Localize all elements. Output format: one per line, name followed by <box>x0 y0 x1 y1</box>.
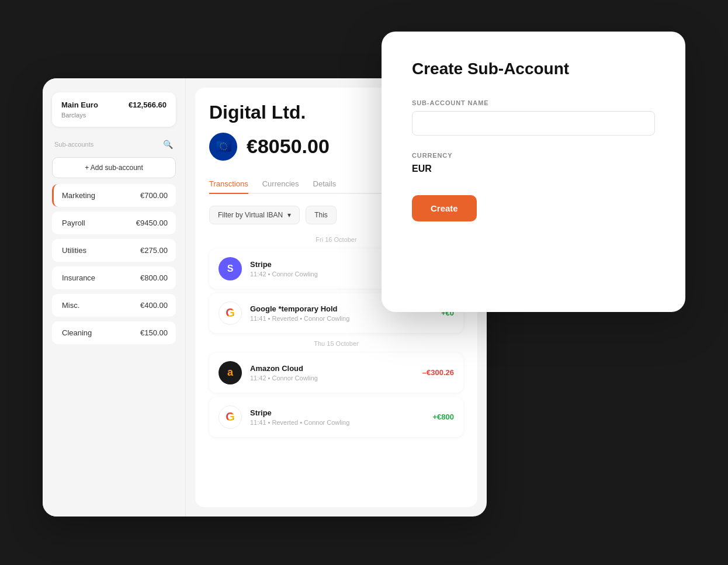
sub-account-item-cleaning[interactable]: Cleaning €150.00 <box>52 321 176 344</box>
tx-vendor-name: Stripe <box>250 408 424 417</box>
tx-amount: +€800 <box>432 413 454 421</box>
sub-account-item-utilities[interactable]: Utilities €275.00 <box>52 239 176 262</box>
main-account-card[interactable]: Main Euro €12,566.60 Barclays <box>52 92 176 127</box>
sub-account-item-insurance[interactable]: Insurance €800.00 <box>52 266 176 289</box>
sub-account-name-input[interactable] <box>412 111 655 136</box>
main-balance-amount: €8050.00 <box>247 135 330 158</box>
transaction-info: Amazon Cloud 11:42 • Connor Cowling <box>250 364 414 382</box>
sub-account-item-payroll[interactable]: Payroll €9450.00 <box>52 212 176 234</box>
google-g-icon: G <box>226 410 235 424</box>
tx-amount: –€300.26 <box>422 368 454 377</box>
transaction-stripe-2[interactable]: G Stripe 11:41 • Reverted • Connor Cowli… <box>209 397 463 437</box>
sub-account-name: Marketing <box>62 191 95 200</box>
add-sub-account-button[interactable]: + Add sub-account <box>52 157 176 178</box>
eu-flag-icon: 🇪🇺 <box>209 133 237 161</box>
tx-vendor-name: Amazon Cloud <box>250 364 414 373</box>
google-logo-2: G <box>219 405 242 429</box>
search-icon[interactable]: 🔍 <box>162 138 174 150</box>
tab-transactions[interactable]: Transctions <box>209 175 248 193</box>
create-button[interactable]: Create <box>412 195 477 221</box>
sub-account-balance: €800.00 <box>140 273 168 282</box>
transaction-info: Stripe 11:41 • Reverted • Connor Cowling <box>250 408 424 426</box>
sidebar: Main Euro €12,566.60 Barclays Sub-accoun… <box>43 78 186 517</box>
sub-account-name: Payroll <box>62 219 85 227</box>
tab-details[interactable]: Details <box>313 175 337 193</box>
transaction-amazon[interactable]: a Amazon Cloud 11:42 • Connor Cowling –€… <box>209 353 463 393</box>
sub-account-item-marketing[interactable]: Marketing €700.00 <box>52 184 176 207</box>
date-separator-thu: Thu 15 October <box>209 340 463 347</box>
stripe-logo: S <box>219 257 242 280</box>
tx-meta: 11:41 • Reverted • Connor Cowling <box>250 419 424 426</box>
sub-account-balance: €700.00 <box>140 191 168 200</box>
sub-account-item-misc[interactable]: Misc. €400.00 <box>52 294 176 317</box>
currency-value: EUR <box>412 164 655 174</box>
sub-account-name: Cleaning <box>62 328 92 337</box>
currency-group: CURRENCY EUR <box>412 152 655 174</box>
sub-account-name-label: SUB-ACCOUNT NAME <box>412 99 655 106</box>
currency-label: CURRENCY <box>412 152 655 159</box>
tab-currencies[interactable]: Currencies <box>262 175 299 193</box>
tx-meta: 11:41 • Reverted • Connor Cowling <box>250 315 433 322</box>
sub-accounts-label: Sub-accounts <box>54 141 93 148</box>
modal-title: Create Sub-Account <box>412 60 655 78</box>
create-sub-account-modal: Create Sub-Account SUB-ACCOUNT NAME CURR… <box>382 32 685 312</box>
filter-virtual-iban-dropdown[interactable]: Filter by Virtual IBAN ▾ <box>209 206 300 224</box>
chevron-down-icon: ▾ <box>287 211 291 219</box>
sub-account-balance: €9450.00 <box>136 219 168 227</box>
google-g-icon: G <box>226 306 235 320</box>
main-account-bank: Barclays <box>61 112 167 119</box>
sub-accounts-header: Sub-accounts 🔍 <box>52 138 176 150</box>
sub-account-name: Insurance <box>62 273 95 282</box>
filter-label: Filter by Virtual IBAN <box>218 211 283 219</box>
sub-account-name-group: SUB-ACCOUNT NAME <box>412 99 655 136</box>
sub-account-balance: €275.00 <box>140 246 168 255</box>
amazon-logo: a <box>219 361 242 384</box>
main-account-balance: €12,566.60 <box>129 100 167 109</box>
sub-account-balance: €400.00 <box>140 301 168 310</box>
filter-this-button[interactable]: This <box>306 206 337 224</box>
sub-account-balance: €150.00 <box>140 328 168 337</box>
main-account-name: Main Euro <box>61 100 98 109</box>
google-logo: G <box>219 301 242 325</box>
sub-account-name: Utilities <box>62 246 86 255</box>
tx-meta: 11:42 • Connor Cowling <box>250 375 414 382</box>
sub-account-name: Misc. <box>62 301 79 310</box>
filter-this-label: This <box>314 211 328 219</box>
